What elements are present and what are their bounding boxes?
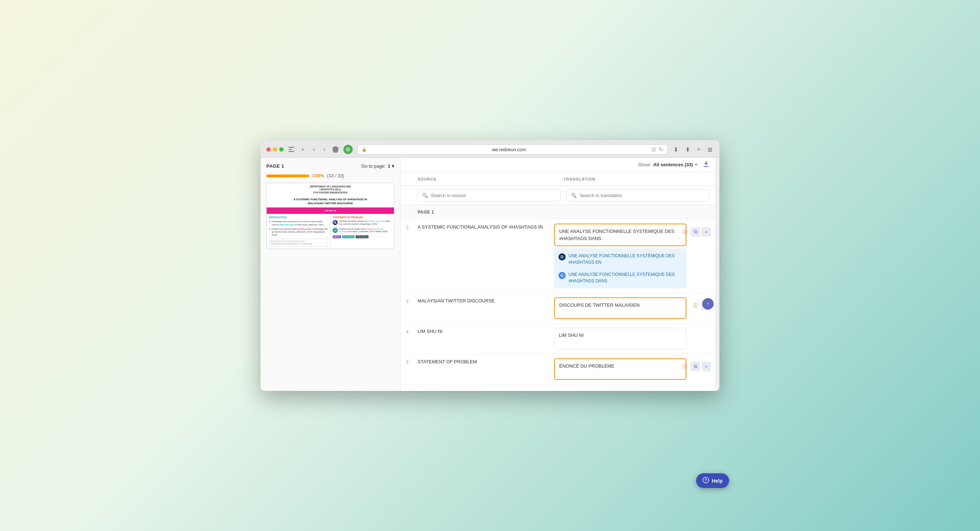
minimize-button[interactable] bbox=[273, 147, 277, 151]
suggestions-box-2: D UNE ANALYSE FONCTIONNELLE SYSTÉMIQUE D… bbox=[554, 248, 686, 288]
download-button[interactable]: ⬇ bbox=[672, 145, 679, 154]
help-icon: ? bbox=[703, 477, 709, 485]
forward-button[interactable]: › bbox=[321, 145, 327, 154]
top-toolbar: Show: All sentences (33) ▾ bbox=[400, 157, 715, 172]
translation-text-3: DISCOURS DE TWITTER MALAISIEN bbox=[559, 302, 681, 309]
share-button[interactable]: ⬆ bbox=[684, 145, 692, 154]
refresh-icon[interactable]: ↻ bbox=[659, 146, 663, 152]
warning-icon-2[interactable]: ⓘ bbox=[680, 227, 689, 237]
source-search-input[interactable] bbox=[431, 193, 556, 198]
copy-icon-2[interactable]: ⧉ bbox=[691, 227, 700, 237]
doc-title-bar: A SYSTEMIC FUNCTIONAL ANALYSIS OF #HASHT… bbox=[267, 196, 394, 207]
suggestion-deepl[interactable]: D UNE ANALYSE FONCTIONNELLE SYSTÉMIQUE D… bbox=[554, 250, 686, 269]
doc-name-bar: LIM SHU NI bbox=[325, 210, 336, 212]
sidebar-toggle-icon[interactable] bbox=[288, 146, 295, 153]
translation-actions-2: ⓘ ⧉ + bbox=[680, 227, 711, 237]
arrow-up-button-3[interactable]: ↑ bbox=[702, 298, 714, 310]
new-tab-button[interactable]: + bbox=[696, 145, 702, 154]
doc-columns: INTRODUCTION ☐ #Hashtags were introduced… bbox=[267, 214, 394, 249]
translation-search-input[interactable] bbox=[580, 193, 705, 198]
hashtag-justkidding: #JustKidding bbox=[342, 235, 355, 238]
translation-header-label: TRANSLATION bbox=[563, 177, 595, 181]
translation-text-2: UNE ANALYSE FONCTIONNELLE SYSTEMIQUE DES… bbox=[559, 228, 681, 242]
fullscreen-button[interactable] bbox=[279, 147, 283, 151]
doc-header: DEPARTMENT OF LANGUAGES ANDLINGUISTICS (… bbox=[267, 183, 394, 196]
svg-rect-8 bbox=[704, 166, 709, 167]
page-header: PAGE 1 Go to page: 1 ▾ bbox=[266, 164, 394, 169]
warning-icon-3[interactable]: ⓘ bbox=[691, 301, 700, 310]
source-search-field[interactable]: 🔍 bbox=[418, 189, 561, 201]
source-text-5: STATEMENT OF PROBLEM bbox=[418, 358, 550, 366]
translation-input-3[interactable]: DISCOURS DE TWITTER MALAISIEN ⓘ ⧉ bbox=[554, 297, 686, 319]
help-button[interactable]: ? Help bbox=[696, 473, 729, 488]
table-row: 2 A SYSTEMIC FUNCTIONAL ANALYSIS OF #HAS… bbox=[400, 219, 715, 293]
goto-label: Go to page: bbox=[361, 164, 386, 169]
bullet-1-text: #Hashtags were introduced as a tool for … bbox=[272, 220, 328, 226]
row-number-2: 2 bbox=[400, 224, 418, 288]
suggestion-google[interactable]: G UNE ANALYSE FONCTIONNELLE SYSTEMIQUE D… bbox=[554, 269, 686, 287]
search-illustration bbox=[332, 220, 338, 225]
source-text-3: MALAYSIAN TWITTER DISCOURSE bbox=[418, 297, 550, 305]
svg-rect-1 bbox=[288, 149, 292, 150]
problem-text-1: Hashtags should be analysed as semiotic … bbox=[339, 220, 392, 225]
translation-text-5: ÉNONCÉ DU PROBLÈME bbox=[559, 362, 681, 370]
footer-caption: Sometimes I don't quite understand mysel… bbox=[270, 240, 326, 245]
translation-input-2[interactable]: UNE ANALYSE FONCTIONNELLE SYSTEMIQUE DES… bbox=[554, 224, 686, 246]
translation-cell-2[interactable]: UNE ANALYSE FONCTIONNELLE SYSTEMIQUE DES… bbox=[554, 224, 686, 288]
scrollbar[interactable] bbox=[715, 157, 719, 391]
suggestion-text-deepl: UNE ANALYSE FONCTIONNELLE SYSTÉMIQUE DES… bbox=[568, 253, 682, 266]
introduction-title: INTRODUCTION bbox=[269, 216, 328, 219]
source-cell-4: LIM SHU NI bbox=[418, 328, 554, 349]
warning-icon-5[interactable]: ⓘ bbox=[680, 362, 689, 371]
problem-item-1: Hashtags should be analysed as semiotic … bbox=[332, 220, 392, 225]
page-section-header: PAGE 1 bbox=[400, 205, 715, 219]
back-button[interactable]: ‹ bbox=[311, 145, 317, 154]
browser-titlebar: ▾ ‹ › G 🔒 we.redokun.com ⊡ ↻ ⬇ ⬆ + ⊞ bbox=[261, 140, 719, 157]
filter-chevron-icon[interactable]: ▾ bbox=[695, 162, 697, 167]
translation-cell-5[interactable]: ÉNONCÉ DU PROBLÈME ⓘ ⧉ + bbox=[554, 358, 686, 380]
chevron-down-icon[interactable]: ▾ bbox=[299, 146, 307, 153]
google-logo: G bbox=[558, 272, 566, 279]
close-button[interactable] bbox=[266, 147, 270, 151]
translation-table[interactable]: SOURCE TRANSLATION 🔍 🔍 bbox=[400, 172, 715, 391]
download-filter-icon[interactable] bbox=[703, 161, 710, 169]
document-thumbnail[interactable]: DEPARTMENT OF LANGUAGES ANDLINGUISTICS (… bbox=[266, 183, 394, 249]
page-number-select[interactable]: 1 ▾ bbox=[388, 164, 394, 169]
translation-cell-3[interactable]: DISCOURS DE TWITTER MALAISIEN ⓘ ⧉ bbox=[554, 297, 686, 319]
shield-icon bbox=[332, 146, 339, 153]
progress-percent: 100% bbox=[312, 173, 324, 178]
extensions-button[interactable]: ⊞ bbox=[706, 145, 714, 154]
translation-input-4[interactable]: LIM SHU NI bbox=[554, 328, 686, 349]
source-cell-5: STATEMENT OF PROBLEM bbox=[418, 358, 554, 380]
hashtag-humblebrag: #Humblebrag bbox=[356, 235, 369, 238]
progress-bar-container: 100% (33 / 33) bbox=[266, 173, 394, 178]
translation-text-4: LIM SHU NI bbox=[559, 332, 682, 339]
translation-cell-4[interactable]: LIM SHU NI bbox=[554, 328, 686, 349]
add-icon-2[interactable]: + bbox=[702, 227, 711, 237]
checkbox-icon: ☐ bbox=[269, 220, 270, 226]
problem-text-2: Existing semiotic studies tend to single… bbox=[339, 228, 392, 233]
row-number-3: 3 bbox=[400, 297, 418, 319]
svg-line-4 bbox=[336, 223, 337, 224]
show-label: Show: bbox=[638, 162, 651, 167]
page-section-label: PAGE 1 bbox=[418, 210, 434, 215]
bullet-2: ☐ People have demonstrated creative uses… bbox=[269, 227, 328, 237]
help-label: Help bbox=[712, 478, 722, 484]
grammarly-icon[interactable]: G bbox=[344, 145, 353, 154]
filter-dropdown[interactable]: All sentences (33) bbox=[653, 162, 693, 167]
translation-search-field[interactable]: 🔍 bbox=[566, 189, 710, 201]
svg-rect-2 bbox=[288, 151, 294, 152]
translation-input-5[interactable]: ÉNONCÉ DU PROBLÈME ⓘ ⧉ + bbox=[554, 358, 686, 380]
table-header: SOURCE TRANSLATION bbox=[400, 172, 715, 186]
add-icon-5[interactable]: + bbox=[702, 362, 711, 371]
copy-icon-5[interactable]: ⧉ bbox=[691, 362, 700, 371]
source-cell-2: A SYSTEMIC FUNCTIONAL ANALYSIS OF #HASHT… bbox=[418, 224, 554, 288]
chevron-icon: ▾ bbox=[392, 164, 394, 169]
source-cell-3: MALAYSIAN TWITTER DISCOURSE bbox=[418, 297, 554, 319]
table-row: 4 LIM SHU NI LIM SHU NI bbox=[400, 324, 715, 354]
problem-title: STATEMENT OF PROBLEM bbox=[332, 216, 392, 219]
browser-actions: ⬇ ⬆ + ⊞ bbox=[672, 145, 714, 154]
browser-content: PAGE 1 Go to page: 1 ▾ 100% (33 / 33) bbox=[261, 157, 719, 391]
translate-icon[interactable]: ⊡ bbox=[652, 146, 656, 152]
address-bar[interactable]: 🔒 we.redokun.com ⊡ ↻ bbox=[357, 145, 668, 154]
